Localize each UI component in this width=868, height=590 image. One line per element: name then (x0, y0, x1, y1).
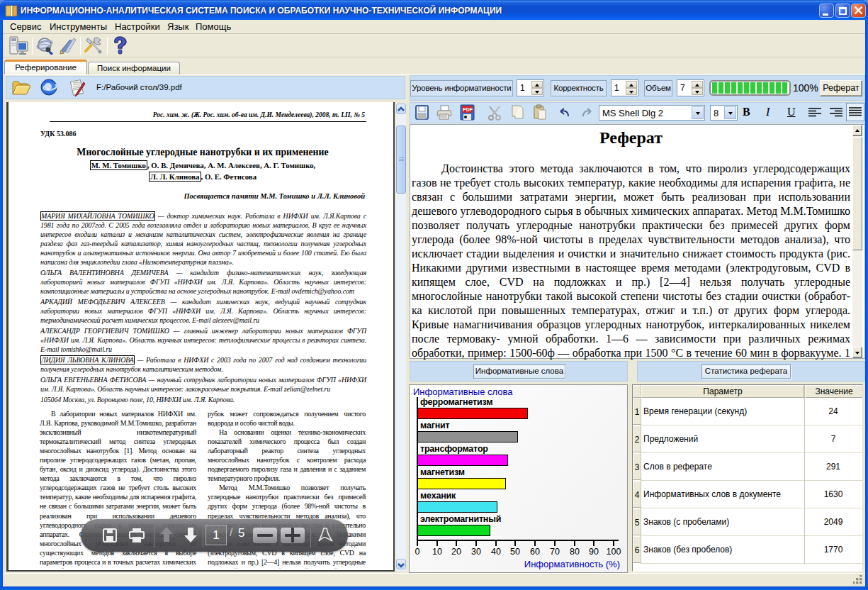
svg-text:PDF: PDF (463, 107, 473, 112)
